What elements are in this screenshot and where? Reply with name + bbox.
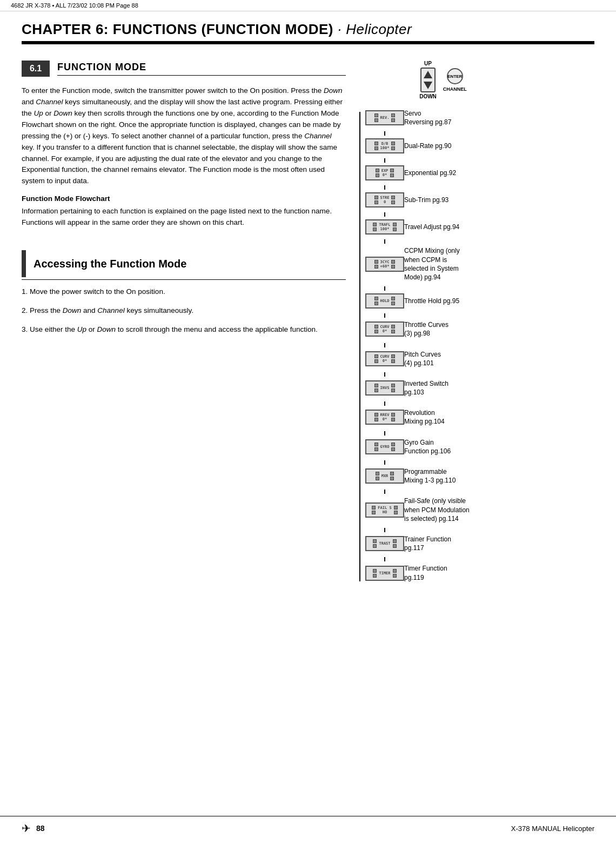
screen-top-text: EXP xyxy=(381,169,389,173)
screen-buttons-right xyxy=(390,169,394,177)
mini-button-3[interactable] xyxy=(393,223,397,226)
mini-button-2[interactable] xyxy=(374,447,378,451)
flow-connector-line xyxy=(384,372,385,377)
chapter-title-italic: · Helicopter xyxy=(333,21,412,37)
screen-top-text: CURV xyxy=(380,354,390,359)
flow-connector-line xyxy=(384,131,385,136)
right-column: UP DOWN ENTER CHANNEL xyxy=(357,61,530,584)
mini-button-4[interactable] xyxy=(391,359,395,363)
mini-button-4[interactable] xyxy=(391,146,395,150)
mini-button-2[interactable] xyxy=(373,574,377,578)
mini-button-2[interactable] xyxy=(372,511,376,514)
mini-button-1[interactable] xyxy=(374,260,378,264)
mini-button-3[interactable] xyxy=(391,297,395,300)
mini-button-1[interactable] xyxy=(374,297,378,300)
mini-button-2[interactable] xyxy=(373,227,377,231)
flow-item-label: Inverted Switch pg.103 xyxy=(404,379,448,397)
mini-button-2[interactable] xyxy=(374,118,378,122)
flow-item: CURV 0* Throttle Curves (3) pg.98 xyxy=(365,320,530,338)
mini-button-2[interactable] xyxy=(376,173,379,177)
mini-button-1[interactable] xyxy=(374,443,378,446)
mini-button-3[interactable] xyxy=(393,539,397,543)
mini-button-4[interactable] xyxy=(393,227,397,231)
mini-button-4[interactable] xyxy=(391,265,395,269)
up-arrow-icon[interactable] xyxy=(424,71,432,78)
mini-button-4[interactable] xyxy=(390,477,394,480)
screen-with-buttons: EXP 0* xyxy=(376,169,394,177)
mini-button-2[interactable] xyxy=(373,544,377,548)
chapter-title-bold: CHAPTER 6: FUNCTIONS (FUNCTION MODE) xyxy=(22,21,333,37)
flow-item: FAIL S HO Fail-Safe (only visible when P… xyxy=(365,497,530,523)
mini-button-4[interactable] xyxy=(391,447,395,451)
enter-button[interactable]: ENTER xyxy=(447,68,463,84)
mini-button-4[interactable] xyxy=(391,418,395,421)
mini-button-4[interactable] xyxy=(391,330,395,333)
mini-button-4[interactable] xyxy=(393,544,397,548)
flow-connector-line xyxy=(384,313,385,318)
down-arrow-icon[interactable] xyxy=(424,82,432,89)
mini-button-2[interactable] xyxy=(374,200,378,204)
mini-button-4[interactable] xyxy=(394,511,398,514)
mini-button-3[interactable] xyxy=(391,325,395,329)
flow-screen: STRE 0 xyxy=(365,192,404,207)
mini-button-1[interactable] xyxy=(373,223,377,226)
mini-button-2[interactable] xyxy=(374,265,378,269)
screen-buttons-right xyxy=(393,223,397,231)
mini-button-1[interactable] xyxy=(373,539,377,543)
mini-button-3[interactable] xyxy=(393,569,397,573)
mini-button-3[interactable] xyxy=(391,196,395,199)
mini-button-1[interactable] xyxy=(376,169,379,172)
mini-button-4[interactable] xyxy=(391,388,395,392)
mini-button-1[interactable] xyxy=(374,384,378,387)
mini-button-1[interactable] xyxy=(373,569,377,573)
mini-button-2[interactable] xyxy=(376,477,379,480)
mini-button-3[interactable] xyxy=(391,142,395,145)
screen-with-buttons: TRAFL 100* xyxy=(373,223,396,231)
flow-screen: REV. xyxy=(365,110,404,125)
mini-button-1[interactable] xyxy=(376,472,379,475)
mini-button-4[interactable] xyxy=(393,574,397,578)
mini-button-2[interactable] xyxy=(374,330,378,333)
screen-buttons-left xyxy=(374,113,378,122)
flow-item-label: Pitch Curves (4) pg.101 xyxy=(404,350,441,367)
screen-with-buttons: RREV 0* xyxy=(374,413,396,421)
screen-buttons-left xyxy=(372,506,376,514)
mini-button-1[interactable] xyxy=(374,413,378,417)
screen-buttons-left xyxy=(374,325,378,333)
mini-button-3[interactable] xyxy=(394,506,398,510)
mini-button-4[interactable] xyxy=(391,301,395,305)
mini-button-3[interactable] xyxy=(391,384,395,387)
mini-button-1[interactable] xyxy=(374,325,378,329)
flow-item: GYRO Gyro Gain Function pg.106 xyxy=(365,438,530,455)
screen-mid-text: HO xyxy=(383,510,387,514)
mini-button-2[interactable] xyxy=(374,301,378,305)
mini-button-3[interactable] xyxy=(391,354,395,358)
screen-mid-text: 0* xyxy=(383,329,387,333)
flow-screen: MXR xyxy=(365,468,404,484)
screen-buttons-left xyxy=(374,384,378,392)
section-number: 6.1 xyxy=(22,61,50,77)
mini-button-3[interactable] xyxy=(391,443,395,446)
mini-button-1[interactable] xyxy=(372,506,376,510)
screen-buttons-right xyxy=(391,113,395,122)
flow-item: MXR Programmable Mixing 1-3 pg.110 xyxy=(365,467,530,485)
mini-button-4[interactable] xyxy=(391,200,395,204)
mini-button-3[interactable] xyxy=(390,472,394,475)
mini-button-2[interactable] xyxy=(374,359,378,363)
mini-button-2[interactable] xyxy=(374,418,378,421)
mini-button-2[interactable] xyxy=(374,388,378,392)
mini-button-3[interactable] xyxy=(391,113,395,117)
screen-buttons-left xyxy=(374,297,378,305)
mini-button-1[interactable] xyxy=(374,354,378,358)
mini-button-4[interactable] xyxy=(390,173,394,177)
screen-mid-text: 0* xyxy=(383,359,387,363)
screen-buttons-right xyxy=(391,443,395,451)
mini-button-4[interactable] xyxy=(391,118,395,122)
mini-button-3[interactable] xyxy=(390,169,394,172)
mini-button-1[interactable] xyxy=(374,113,378,117)
mini-button-2[interactable] xyxy=(374,146,378,150)
mini-button-3[interactable] xyxy=(391,413,395,417)
mini-button-1[interactable] xyxy=(374,196,378,199)
mini-button-3[interactable] xyxy=(391,260,395,264)
mini-button-1[interactable] xyxy=(374,142,378,145)
